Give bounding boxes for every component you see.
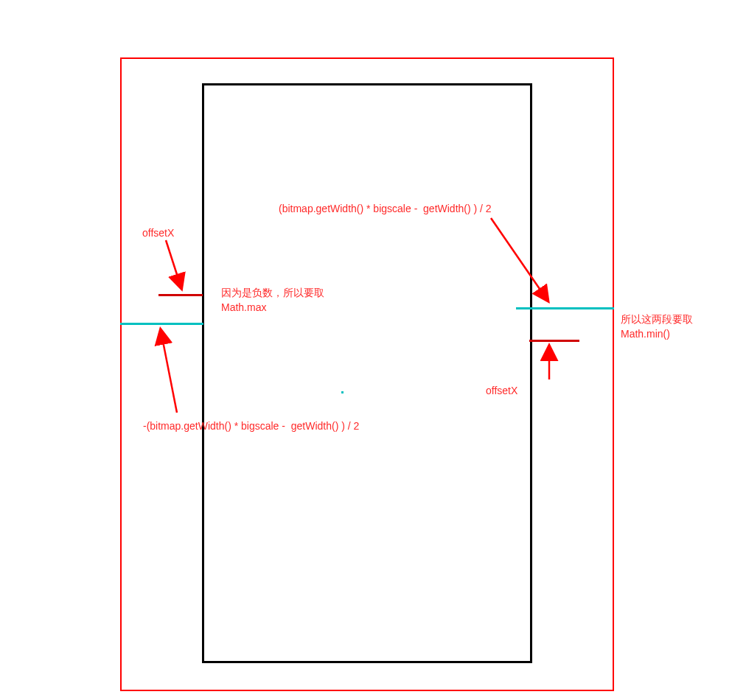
svg-line-2: [491, 218, 548, 301]
diagram-stage: offsetX 因为是负数，所以要取 Math.max (bitmap.getW…: [0, 0, 746, 700]
arrow-icon-offsetx-left: [0, 0, 746, 700]
svg-line-0: [166, 240, 181, 288]
svg-line-1: [161, 330, 177, 413]
dot-artifact: [341, 391, 344, 393]
